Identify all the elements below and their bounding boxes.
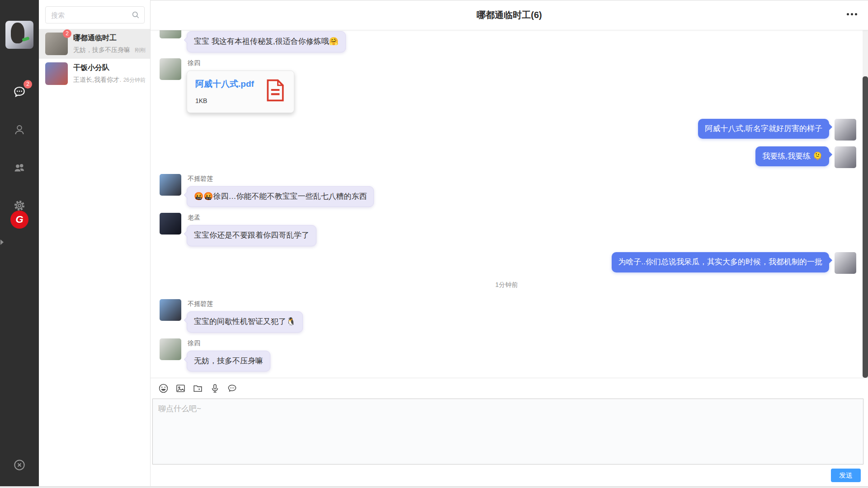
chat-item-title: 干饭小分队 [73,63,146,73]
sender-avatar[interactable] [160,30,181,38]
pdf-file-icon [265,79,286,104]
message-row: 宝宝 我这有本祖传秘笈,很适合你修炼哦🤗 [151,31,863,52]
file-message-card[interactable]: 阿威十八式.pdf1KB [187,70,294,113]
own-avatar[interactable] [835,252,856,274]
sender-name: 老孟 [188,214,316,222]
message-bubble[interactable]: 宝宝的间歇性机智证又犯了🐧 [187,311,303,333]
search-row [39,0,150,29]
logo-letter: G [15,214,23,225]
sidebar: 2 G [0,0,39,486]
scrollbar-track[interactable] [863,30,868,378]
file-name: 阿威十八式.pdf [195,78,259,90]
sender-avatar[interactable] [160,213,181,235]
chat-list-item[interactable]: 2哪都通临时工无妨，技多不压身嘛刚刚 [39,29,150,59]
file-size: 1KB [195,97,259,104]
chat-item-list: 2哪都通临时工无妨，技多不压身嘛刚刚干饭小分队王道长,我看你才…26分钟前 [39,29,150,89]
composer-toolbar [151,378,868,399]
message-body: 我要练,我要练 🫠 [755,146,829,167]
message-bubble[interactable]: 无妨，技多不压身嘛 [187,351,270,372]
chat-item-body: 干饭小分队王道长,我看你才…26分钟前 [73,63,146,84]
nav-contacts[interactable] [12,122,27,137]
sidebar-nav: 2 [12,84,27,213]
message-body: 老孟宝宝你还是不要跟着你四哥乱学了 [187,213,316,246]
chat-item-title: 哪都通临时工 [73,33,146,43]
message-bubble[interactable]: 为啥子..你们总说我呆瓜，其实大多的时候，我都机制的一批 [612,252,829,272]
message-body: 徐四阿威十八式.pdf1KB [187,58,294,113]
gear-icon [13,199,26,212]
folder-button[interactable] [191,382,204,395]
sender-avatar[interactable] [160,58,181,80]
conversation-header: 哪都通临时工(6) [151,0,868,30]
send-button[interactable]: 发送 [831,469,861,482]
composer: 发送 [151,378,868,486]
close-circle-icon [13,458,26,472]
message-bubble[interactable]: 宝宝 我这有本祖传秘笈,很适合你修炼哦🤗 [187,31,346,52]
mic-button[interactable] [208,382,221,395]
sender-avatar[interactable] [160,299,181,321]
message-row: 徐四无妨，技多不压身嘛 [151,338,863,372]
message-row: 我要练,我要练 🫠 [151,146,863,168]
more-horizontal-icon[interactable] [847,13,857,15]
message-input-area[interactable] [152,399,863,465]
app-window: 2 G 2哪都通临时工无妨，技多不压身嘛刚刚干饭小分队王道长,我看你才…26分钟… [0,0,868,487]
image-button[interactable] [174,382,187,395]
mic-icon [209,383,221,394]
sender-name: 徐四 [188,59,294,67]
message-body: 宝宝 我这有本祖传秘笈,很适合你修炼哦🤗 [187,31,346,52]
message-list: 宝宝 我这有本祖传秘笈,很适合你修炼哦🤗徐四阿威十八式.pdf1KB阿威十八式,… [151,30,863,378]
panel-expand-arrow[interactable] [0,239,4,245]
message-bubble[interactable]: 🤬🤬徐四…你能不能不教宝宝一些乱七八糟的东西 [187,186,374,207]
conversation-panel: 哪都通临时工(6) 宝宝 我这有本祖传秘笈,很适合你修炼哦🤗徐四阿威十八式.pd… [151,0,868,486]
send-row: 发送 [151,465,868,486]
search-icon[interactable] [131,10,140,19]
chat-item-time: 26分钟前 [123,76,146,84]
own-avatar[interactable] [835,146,856,168]
message-body: 徐四无妨，技多不压身嘛 [187,338,270,372]
app-logo-icon[interactable]: G [10,211,28,229]
message-body: 不摇碧莲🤬🤬徐四…你能不能不教宝宝一些乱七八糟的东西 [187,174,374,207]
sender-name: 不摇碧莲 [188,175,374,183]
chat-item-last-message: 无妨，技多不压身嘛 [73,46,132,54]
emoji-button[interactable] [157,382,170,395]
sender-name: 徐四 [188,339,270,347]
folder-icon [192,383,203,394]
message-row: 不摇碧莲宝宝的间歇性机智证又犯了🐧 [151,299,863,333]
conversation-title: 哪都通临时工(6) [476,9,542,21]
chat-item-last-message: 王道长,我看你才… [73,76,121,84]
message-bubble[interactable]: 我要练,我要练 🫠 [755,146,829,167]
nav-groups[interactable] [12,160,27,175]
messages-area: 宝宝 我这有本祖传秘笈,很适合你修炼哦🤗徐四阿威十八式.pdf1KB阿威十八式,… [151,30,868,378]
chat-item-row2: 无妨，技多不压身嘛刚刚 [73,46,146,54]
scrollbar-thumb[interactable] [863,76,868,378]
message-row: 阿威十八式,听名字就好厉害的样子 [151,119,863,141]
file-info: 阿威十八式.pdf1KB [195,78,259,104]
message-body: 阿威十八式,听名字就好厉害的样子 [698,119,829,139]
exit-button[interactable] [0,458,39,472]
unread-badge: 2 [24,80,32,89]
nav-chats[interactable]: 2 [12,84,27,99]
nav-settings[interactable] [12,198,27,213]
message-bubble[interactable]: 宝宝你还是不要跟着你四哥乱学了 [187,225,316,246]
message-row: 徐四阿威十八式.pdf1KB [151,58,863,113]
message-row: 不摇碧莲🤬🤬徐四…你能不能不教宝宝一些乱七八糟的东西 [151,174,863,207]
message-input[interactable] [153,399,863,464]
person-icon [13,123,26,136]
own-avatar[interactable] [835,119,856,141]
message-bubble[interactable]: 阿威十八式,听名字就好厉害的样子 [698,119,829,139]
chat-record-icon [226,383,238,394]
message-body: 不摇碧莲宝宝的间歇性机智证又犯了🐧 [187,299,303,333]
sender-avatar[interactable] [160,338,181,360]
chat-record-button[interactable] [226,382,238,395]
user-avatar[interactable] [5,21,33,49]
time-divider: 1分钟前 [151,281,863,289]
message-row: 老孟宝宝你还是不要跟着你四哥乱学了 [151,213,863,246]
chat-avatar: 2 [45,33,68,55]
message-row: 为啥子..你们总说我呆瓜，其实大多的时候，我都机制的一批 [151,252,863,274]
emoji-icon [158,383,169,394]
chat-list-item[interactable]: 干饭小分队王道长,我看你才…26分钟前 [39,59,150,89]
search-box[interactable] [45,6,145,23]
unread-badge: 2 [63,29,71,38]
sender-name: 不摇碧莲 [188,300,303,308]
message-body: 为啥子..你们总说我呆瓜，其实大多的时候，我都机制的一批 [612,252,829,272]
sender-avatar[interactable] [160,174,181,196]
